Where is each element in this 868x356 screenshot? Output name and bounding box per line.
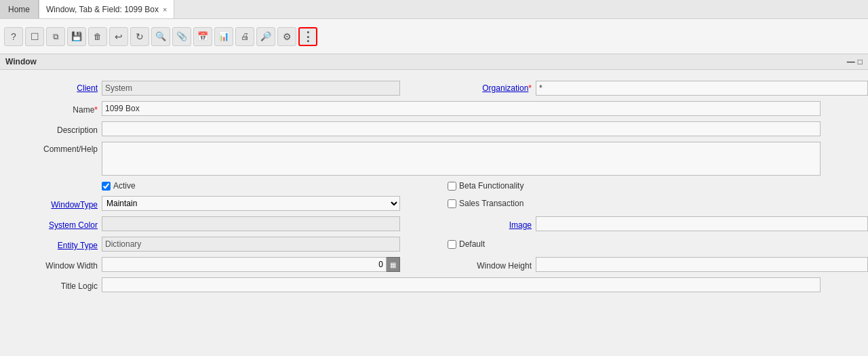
refresh-button[interactable]: ↻ <box>130 27 149 46</box>
windowheight-label-text: Window Height <box>477 261 532 271</box>
settings-button[interactable]: ⚙ <box>277 27 296 46</box>
active-tab[interactable]: Window, Tab & Field: 1099 Box × <box>39 0 174 18</box>
name-input[interactable] <box>102 101 821 116</box>
org-link[interactable]: Organization <box>482 83 528 93</box>
windowwidth-wrapper: ▦ <box>102 257 400 272</box>
active-beta-row: Active Beta Functionality <box>0 181 868 191</box>
find-button[interactable]: 🔍 <box>151 27 170 46</box>
comment-input[interactable] <box>102 142 821 176</box>
client-label: Client <box>0 81 102 93</box>
systemcolor-input[interactable] <box>102 216 400 231</box>
home-tab[interactable]: Home <box>0 0 39 18</box>
expand-icon[interactable]: □ <box>858 57 863 66</box>
windowtype-label: WindowType <box>0 197 102 210</box>
default-checkbox[interactable] <box>448 240 456 249</box>
refresh-icon: ↻ <box>136 31 144 42</box>
more-button[interactable]: ⋮ <box>298 27 317 46</box>
print-button[interactable]: 🖨 <box>235 27 254 46</box>
sales-transaction-label: Sales Transaction <box>459 199 524 208</box>
windowwidth-input[interactable] <box>102 257 387 272</box>
client-input[interactable] <box>102 81 400 96</box>
collapse-icon[interactable]: — <box>847 57 855 66</box>
windowsize-row: Window Width ▦ Window Height <box>0 257 868 272</box>
undo-icon: ↩ <box>115 31 123 42</box>
windowwidth-label: Window Width <box>0 258 102 271</box>
windowwidth-label-text: Window Width <box>45 261 98 271</box>
chart-button[interactable]: 📊 <box>214 27 233 46</box>
org-field-group: Organization* <box>434 81 868 96</box>
active-tab-label: Window, Tab & Field: 1099 Box <box>46 5 159 14</box>
description-label-text: Description <box>57 125 98 135</box>
windowheight-label: Window Height <box>434 258 536 271</box>
calculator-icon: ▦ <box>390 261 396 269</box>
windowtype-select-wrapper: Maintain Query Transaction <box>102 196 400 211</box>
client-field-group: Client <box>0 81 434 96</box>
windowheight-input[interactable] <box>536 257 868 272</box>
close-tab-button[interactable]: × <box>163 5 167 14</box>
delete-icon: 🗑 <box>94 32 102 41</box>
windowtype-sales-row: WindowType Maintain Query Transaction Sa… <box>0 196 868 211</box>
titlelogic-label-text: Title Logic <box>61 281 98 291</box>
org-label: Organization* <box>434 81 536 93</box>
sales-transaction-checkbox-group: Sales Transaction <box>448 199 524 208</box>
image-input[interactable] <box>536 216 868 231</box>
section-header-label: Window <box>5 57 37 66</box>
systemcolor-link[interactable]: System Color <box>49 220 98 230</box>
active-checkbox-group: Active <box>102 181 136 191</box>
delete-button[interactable]: 🗑 <box>88 27 107 46</box>
client-org-row: Client Organization* <box>0 81 868 96</box>
chart-icon: 📊 <box>218 31 229 41</box>
print-icon: 🖨 <box>241 31 250 41</box>
beta-checkbox-label: Beta Functionality <box>459 181 524 191</box>
description-input[interactable] <box>102 121 821 136</box>
entitytype-input[interactable] <box>102 237 400 252</box>
zoom-button[interactable]: 🔎 <box>256 27 275 46</box>
new-icon: ☐ <box>31 31 39 42</box>
calendar-button[interactable]: 📅 <box>193 27 212 46</box>
comment-row: Comment/Help <box>0 142 868 176</box>
default-checkbox-group: Default <box>448 239 485 249</box>
client-link[interactable]: Client <box>77 83 98 93</box>
windowtype-select[interactable]: Maintain Query Transaction <box>102 196 400 211</box>
image-link[interactable]: Image <box>509 220 532 230</box>
name-label: Name* <box>0 102 102 115</box>
titlelogic-label: Title Logic <box>0 279 102 291</box>
save-button[interactable]: 💾 <box>67 27 86 46</box>
form-area: Client Organization* Name* Description <box>0 70 868 303</box>
titlelogic-input[interactable] <box>102 277 821 292</box>
name-label-text: Name <box>73 105 94 115</box>
beta-checkbox-group: Beta Functionality <box>448 181 524 191</box>
entitytype-link[interactable]: Entity Type <box>58 241 98 250</box>
image-label: Image <box>434 218 536 230</box>
comment-label-text: Comment/Help <box>43 144 98 154</box>
sales-transaction-checkbox[interactable] <box>448 199 456 208</box>
save-icon: 💾 <box>71 31 82 41</box>
window-section-header: Window — □ <box>0 54 868 70</box>
search-icon: 🔍 <box>155 31 166 41</box>
active-checkbox-label: Active <box>113 181 136 191</box>
help-icon: ? <box>11 31 16 42</box>
help-button[interactable]: ? <box>4 27 23 46</box>
calendar-icon: 📅 <box>197 31 208 41</box>
name-row: Name* <box>0 101 868 116</box>
copy-icon: ⧉ <box>53 32 59 41</box>
comment-label: Comment/Help <box>0 142 102 154</box>
entitytype-default-row: Entity Type Default <box>0 237 868 252</box>
default-checkbox-label: Default <box>459 239 485 249</box>
new-button[interactable]: ☐ <box>25 27 44 46</box>
section-header-controls: — □ <box>847 57 863 66</box>
entitytype-label: Entity Type <box>0 238 102 250</box>
undo-button[interactable]: ↩ <box>109 27 128 46</box>
beta-checkbox[interactable] <box>448 182 456 191</box>
active-checkbox[interactable] <box>102 182 111 191</box>
home-tab-label: Home <box>8 5 30 14</box>
description-label: Description <box>0 123 102 135</box>
windowwidth-picker-button[interactable]: ▦ <box>387 257 400 272</box>
zoom-icon: 🔎 <box>260 31 271 41</box>
org-input[interactable] <box>536 81 868 96</box>
tab-bar: Home Window, Tab & Field: 1099 Box × <box>0 0 868 19</box>
systemcolor-label: System Color <box>0 218 102 230</box>
copy-button[interactable]: ⧉ <box>46 27 65 46</box>
windowtype-link[interactable]: WindowType <box>51 200 98 210</box>
attachment-button[interactable]: 📎 <box>172 27 191 46</box>
